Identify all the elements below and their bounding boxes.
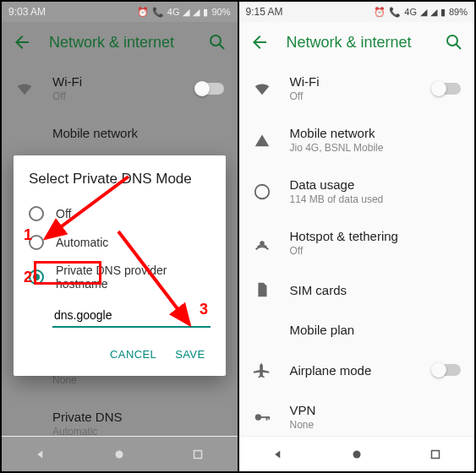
save-button[interactable]: SAVE: [175, 348, 205, 361]
battery-icon: ▮: [440, 7, 446, 18]
svg-point-0: [211, 35, 221, 46]
row-sublabel: Off: [52, 90, 177, 102]
wifi-toggle[interactable]: [432, 83, 461, 95]
battery-label: 90%: [211, 7, 230, 17]
settings-list: Wi-FiOff Mobile networkJio 4G, BSNL Mobi…: [239, 63, 475, 436]
svg-rect-19: [431, 450, 439, 458]
search-icon[interactable]: [207, 32, 227, 52]
svg-point-18: [353, 450, 360, 458]
row-label: Data usage: [290, 177, 462, 192]
row-label: Wi-Fi: [52, 74, 177, 89]
page-title: Network & internet: [287, 34, 428, 52]
network-label: 4G: [404, 7, 417, 17]
hotspot-icon: [253, 234, 271, 253]
row-label: Hotspot & tethering: [290, 229, 462, 243]
status-bar: 9:03 AM ⏰ 📞 4G ◢ ◢ ▮ 90%: [2, 2, 238, 22]
battery-label: 89%: [449, 7, 468, 17]
network-label: 4G: [167, 7, 180, 17]
search-icon[interactable]: [444, 32, 464, 52]
row-label: Wi-Fi: [290, 74, 414, 89]
dns-hostname-field-wrap: [52, 304, 211, 328]
status-icons: ⏰ 📞 4G ◢ ◢ ▮ 89%: [374, 7, 468, 18]
dialog-title: Select Private DNS Mode: [29, 171, 211, 188]
row-hotspot[interactable]: Hotspot & tetheringOff: [239, 217, 475, 269]
row-label: Mobile plan: [290, 323, 462, 337]
private-dns-dialog: Select Private DNS Mode Off Automatic Pr…: [14, 155, 226, 376]
page-title: Network & internet: [49, 34, 190, 52]
svg-point-14: [254, 414, 260, 420]
signal-icon: ◢: [420, 7, 427, 18]
svg-line-11: [457, 45, 462, 50]
status-bar: 9:15 AM ⏰ 📞 4G ◢ ◢ ▮ 89%: [239, 2, 475, 22]
radio-icon: [29, 269, 44, 285]
radio-option-hostname[interactable]: Private DNS provider hostname: [29, 257, 211, 297]
radio-option-automatic[interactable]: Automatic: [29, 228, 211, 257]
airplane-icon: [253, 361, 271, 379]
row-label: Mobile network: [290, 126, 462, 140]
radio-label: Private DNS provider hostname: [56, 264, 211, 291]
row-wifi[interactable]: Wi-FiOff: [2, 63, 238, 114]
data-icon: [253, 182, 271, 201]
battery-icon: ▮: [203, 7, 208, 18]
row-mobile-network[interactable]: Mobile networkJio 4G, BSNL Mobile: [239, 114, 475, 166]
volte-icon: 📞: [152, 7, 164, 18]
svg-point-12: [254, 184, 269, 198]
row-label: Private DNS: [52, 410, 224, 424]
phone-left: 9:03 AM ⏰ 📞 4G ◢ ◢ ▮ 90% Network & inter…: [2, 2, 239, 471]
radio-label: Off: [56, 207, 71, 220]
svg-point-8: [116, 450, 123, 458]
back-icon[interactable]: [12, 32, 32, 52]
status-time: 9:03 AM: [8, 6, 46, 18]
row-label: VPN: [290, 403, 462, 417]
row-sublabel: Jio 4G, BSNL Mobile: [290, 142, 462, 154]
row-mobile-network[interactable]: Mobile network: [2, 114, 238, 152]
radio-icon: [29, 235, 44, 250]
signal-icon: ◢: [193, 7, 200, 18]
row-private-dns[interactable]: Private DNSAutomatic: [2, 398, 238, 449]
row-sublabel: Off: [290, 245, 462, 257]
row-label: Airplane mode: [290, 363, 414, 378]
dns-hostname-field[interactable]: [54, 308, 209, 322]
wifi-icon: [15, 79, 34, 98]
radio-option-off[interactable]: Off: [29, 199, 211, 228]
row-data-usage[interactable]: Data usage114 MB of data used: [239, 166, 475, 217]
back-icon[interactable]: [249, 32, 270, 52]
phone-right: 9:15 AM ⏰ 📞 4G ◢ ◢ ▮ 89% Network & inter…: [239, 2, 475, 471]
row-wifi[interactable]: Wi-FiOff: [239, 63, 475, 114]
row-sublabel: None: [290, 419, 462, 431]
status-time: 9:15 AM: [246, 6, 283, 18]
svg-rect-17: [268, 416, 270, 420]
airplane-toggle[interactable]: [432, 364, 461, 376]
row-sublabel: Off: [290, 90, 414, 102]
svg-rect-15: [260, 416, 269, 418]
row-sublabel: None: [52, 374, 224, 386]
row-sublabel: Automatic: [52, 426, 224, 438]
nav-home-icon[interactable]: [349, 447, 364, 462]
svg-line-1: [219, 45, 224, 50]
alarm-icon: ⏰: [137, 7, 149, 18]
simcard-icon: [253, 280, 271, 299]
volte-icon: 📞: [389, 7, 401, 18]
radio-label: Automatic: [56, 236, 108, 249]
nav-bar: [239, 436, 475, 471]
row-airplane[interactable]: Airplane mode: [239, 349, 475, 391]
row-sim-cards[interactable]: SIM cards: [239, 269, 475, 311]
svg-point-10: [447, 35, 457, 46]
row-vpn[interactable]: VPNNone: [239, 391, 475, 436]
app-bar: Network & internet: [239, 22, 475, 63]
wifi-icon: [253, 79, 271, 98]
app-bar: Network & internet: [2, 22, 238, 63]
sim-icon: [253, 131, 271, 150]
nav-recent-icon[interactable]: [428, 447, 443, 462]
signal-icon: ◢: [183, 7, 189, 18]
signal-icon: ◢: [430, 7, 437, 18]
nav-back-icon[interactable]: [271, 447, 286, 462]
alarm-icon: ⏰: [374, 7, 386, 18]
status-icons: ⏰ 📞 4G ◢ ◢ ▮ 90%: [137, 7, 231, 18]
key-icon: [253, 408, 271, 427]
row-mobile-plan[interactable]: Mobile plan: [239, 311, 475, 349]
wifi-toggle[interactable]: [195, 83, 224, 95]
cancel-button[interactable]: CANCEL: [110, 348, 156, 361]
radio-icon: [29, 206, 44, 221]
svg-rect-9: [194, 450, 202, 458]
